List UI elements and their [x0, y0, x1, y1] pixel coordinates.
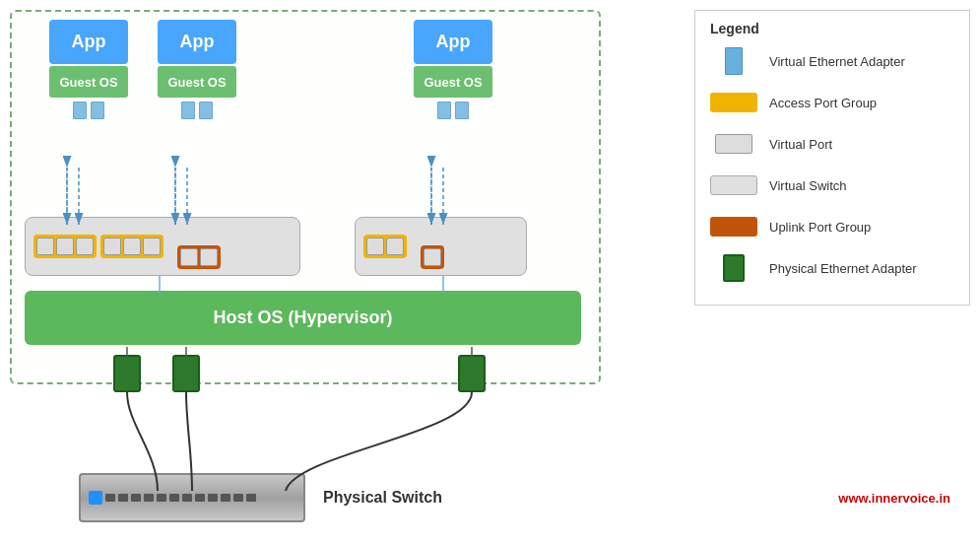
switch-port-10	[221, 494, 230, 502]
switch-blue-port	[89, 491, 102, 505]
switch-port-8	[195, 494, 205, 502]
vport-1	[36, 238, 54, 255]
vport-3	[76, 238, 94, 255]
legend-vswitch-icon	[710, 170, 757, 200]
watermark: www.innervoice.in	[838, 491, 950, 506]
physical-adapter-1	[113, 355, 141, 392]
vswitch-icon	[710, 175, 757, 195]
uplink-port-1	[180, 248, 198, 266]
host-os-bar: Host OS (Hypervisor)	[25, 291, 581, 345]
legend-vport-label: Virtual Port	[769, 137, 832, 152]
legend-item-access-pg: Access Port Group	[710, 88, 954, 117]
vport-2	[56, 238, 74, 255]
vport-6	[143, 238, 161, 255]
vport-8	[386, 238, 404, 255]
uplink-port-3	[424, 248, 441, 266]
vnic-icon	[725, 47, 743, 75]
legend: Legend Virtual Ethernet Adapter Access P…	[694, 10, 970, 306]
legend-pnic-icon	[710, 253, 757, 283]
pnic-icon	[723, 254, 745, 282]
legend-item-vport: Virtual Port	[710, 129, 954, 159]
physical-switch-container: Physical Switch	[79, 473, 442, 522]
switch-port-4	[144, 494, 154, 502]
access-port-group-2	[100, 235, 163, 258]
vport-5	[123, 238, 141, 255]
legend-access-pg-label: Access Port Group	[769, 96, 877, 110]
switch-port-6	[169, 494, 179, 502]
legend-orange-icon	[710, 212, 757, 241]
switch-port-5	[157, 494, 166, 502]
legend-item-vswitch: Virtual Switch	[710, 170, 954, 200]
switch-port-9	[208, 494, 218, 502]
access-pg-icon	[710, 93, 757, 112]
switch-port-2	[118, 494, 128, 502]
uplink-port-2	[200, 248, 218, 266]
legend-vport-icon	[710, 129, 757, 159]
virtual-switch-2	[355, 217, 527, 276]
legend-vnic-icon	[710, 46, 757, 76]
switch-port-7	[182, 494, 192, 502]
legend-vnic-label: Virtual Ethernet Adapter	[769, 54, 905, 69]
access-port-group-1	[33, 235, 97, 258]
uplink-port-group-2	[421, 245, 444, 269]
switch-port-1	[105, 494, 115, 502]
legend-item-vnic: Virtual Ethernet Adapter	[710, 46, 954, 76]
vport-icon	[715, 134, 752, 154]
physical-adapter-3	[458, 355, 486, 392]
legend-item-uplink-pg: Uplink Port Group	[710, 212, 954, 241]
switch-port-11	[233, 494, 243, 502]
physical-adapter-2	[172, 355, 200, 392]
vport-7	[366, 238, 384, 255]
legend-pnic-label: Physical Ethernet Adapter	[769, 261, 917, 276]
legend-yellow-icon	[710, 88, 757, 117]
legend-vswitch-label: Virtual Switch	[769, 178, 847, 193]
vport-4	[103, 238, 121, 255]
physical-switch-label: Physical Switch	[323, 489, 442, 507]
uplink-port-group-1	[177, 245, 221, 269]
access-port-group-3	[363, 235, 407, 258]
legend-title: Legend	[710, 21, 954, 36]
legend-uplink-pg-label: Uplink Port Group	[769, 220, 871, 235]
switch-device	[79, 473, 305, 522]
switch-port-3	[131, 494, 141, 502]
virtual-switch-1	[25, 217, 300, 276]
legend-item-pnic: Physical Ethernet Adapter	[710, 253, 954, 283]
uplink-pg-icon	[710, 217, 757, 237]
switch-port-12	[246, 494, 256, 502]
